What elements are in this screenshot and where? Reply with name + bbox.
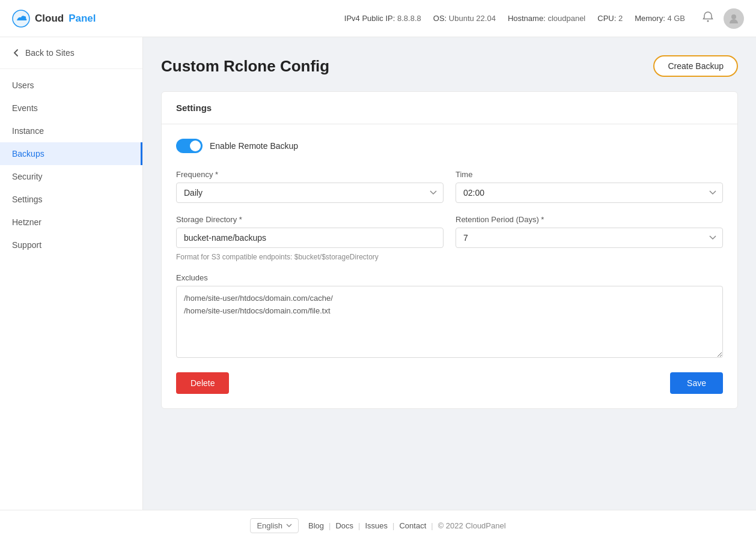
frequency-time-row: Frequency * DailyWeeklyMonthly Time 00:0… (176, 170, 723, 203)
create-backup-button[interactable]: Create Backup (653, 55, 738, 77)
sidebar-nav: UsersEventsInstanceBackupsSecuritySettin… (0, 69, 142, 261)
sidebar-item-users[interactable]: Users (0, 74, 142, 97)
frequency-group: Frequency * DailyWeeklyMonthly (176, 170, 444, 203)
back-to-sites[interactable]: Back to Sites (0, 37, 142, 69)
sidebar-item-events[interactable]: Events (0, 97, 142, 119)
server-info: IPv4 Public IP: 8.8.8.8 OS: Ubuntu 22.04… (344, 14, 685, 23)
footer: English Blog|Docs|Issues|Contact|© 2022 … (0, 510, 756, 541)
storage-retention-row: Storage Directory * Format for S3 compat… (176, 215, 723, 261)
top-icons (700, 8, 744, 29)
frequency-select[interactable]: DailyWeeklyMonthly (176, 183, 444, 203)
footer-links: Blog|Docs|Issues|Contact|© 2022 CloudPan… (308, 521, 506, 530)
form-buttons: Delete Save (176, 372, 723, 394)
sidebar-item-backups[interactable]: Backups (0, 142, 142, 165)
footer-link-issues[interactable]: Issues (365, 521, 388, 530)
footer-separator: | (358, 521, 360, 530)
hostname-info: Hostname: cloudpanel (508, 14, 585, 23)
settings-card: Settings Enable Remote Backup Frequency (161, 91, 738, 409)
footer-separator-copy: | (431, 521, 433, 530)
notifications-button[interactable] (700, 8, 716, 28)
memory-info: Memory: 4 GB (635, 14, 685, 23)
excludes-textarea[interactable] (176, 286, 723, 358)
retention-group: Retention Period (Days) * 13714306090 (456, 215, 723, 261)
delete-button[interactable]: Delete (176, 372, 229, 394)
svg-point-2 (731, 14, 736, 19)
excludes-label: Excludes (176, 273, 723, 282)
sidebar-item-security[interactable]: Security (0, 165, 142, 188)
main-content: Custom Rclone Config Create Backup Setti… (143, 37, 756, 510)
page-title: Custom Rclone Config (161, 57, 329, 76)
excludes-group: Excludes (176, 273, 723, 358)
enable-remote-backup-toggle[interactable] (176, 139, 203, 153)
enable-remote-backup-row: Enable Remote Backup (176, 139, 723, 153)
top-bar: CloudPanel IPv4 Public IP: 8.8.8.8 OS: U… (0, 0, 756, 37)
sidebar: Back to Sites UsersEventsInstanceBackups… (0, 37, 143, 510)
time-label: Time (456, 170, 723, 179)
card-body: Enable Remote Backup Frequency * DailyWe… (162, 124, 737, 408)
footer-separator: | (392, 521, 394, 530)
enable-remote-backup-label: Enable Remote Backup (210, 141, 298, 151)
sidebar-item-instance[interactable]: Instance (0, 119, 142, 142)
footer-link-blog[interactable]: Blog (308, 521, 324, 530)
time-select[interactable]: 00:0001:0002:0003:0004:0006:0012:00 (456, 183, 723, 203)
sidebar-item-support[interactable]: Support (0, 234, 142, 256)
cpu-info: CPU: 2 (597, 14, 623, 23)
retention-label: Retention Period (Days) * (456, 215, 723, 224)
storage-dir-hint: Format for S3 compatible endpoints: $buc… (176, 253, 444, 261)
back-arrow-icon (12, 49, 20, 57)
footer-link-docs[interactable]: Docs (335, 521, 353, 530)
ipv4-info: IPv4 Public IP: 8.8.8.8 (344, 14, 421, 23)
sidebar-item-settings[interactable]: Settings (0, 188, 142, 211)
page-header: Custom Rclone Config Create Backup (161, 55, 738, 77)
chevron-down-icon (286, 524, 292, 528)
retention-select[interactable]: 13714306090 (456, 228, 723, 248)
save-button[interactable]: Save (670, 372, 723, 394)
storage-dir-input[interactable] (176, 228, 444, 248)
logo: CloudPanel (12, 10, 96, 28)
time-group: Time 00:0001:0002:0003:0004:0006:0012:00 (456, 170, 723, 203)
logo-icon (12, 10, 30, 28)
sidebar-item-hetzner[interactable]: Hetzner (0, 211, 142, 234)
language-label: English (257, 521, 282, 530)
footer-copyright: © 2022 CloudPanel (438, 521, 506, 530)
card-header: Settings (162, 92, 737, 124)
storage-dir-group: Storage Directory * Format for S3 compat… (176, 215, 444, 261)
logo-panel: Panel (69, 13, 96, 25)
footer-link-contact[interactable]: Contact (399, 521, 426, 530)
footer-separator: | (329, 521, 331, 530)
language-selector[interactable]: English (250, 518, 299, 533)
logo-cloud: Cloud (35, 13, 64, 25)
avatar[interactable] (724, 8, 744, 29)
os-info: OS: Ubuntu 22.04 (433, 14, 496, 23)
storage-dir-label: Storage Directory * (176, 215, 444, 224)
svg-point-1 (707, 20, 709, 22)
frequency-label: Frequency * (176, 170, 444, 179)
